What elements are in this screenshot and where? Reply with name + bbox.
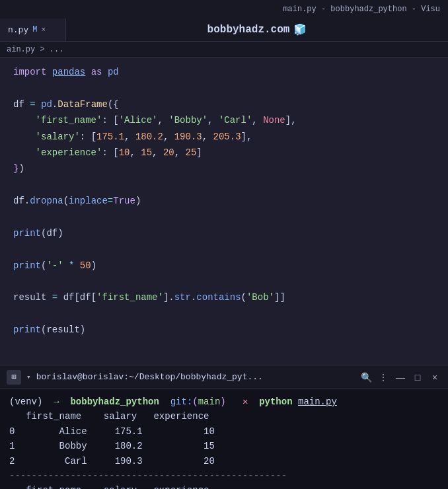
code-line: }) xyxy=(0,161,448,176)
code-line: 'first_name': ['Alice', 'Bobby', 'Carl',… xyxy=(0,112,448,128)
site-title: bobbyhadz.com 🧊 xyxy=(66,19,448,41)
active-tab[interactable]: n.py M × xyxy=(0,19,66,41)
terminal-panel: ⊞ ▾ borislav@borislav:~/Desktop/bobbyhad… xyxy=(0,365,448,489)
terminal-restore-button[interactable]: □ xyxy=(411,371,424,384)
window-title: main.py - bobbyhadz_python - Visu xyxy=(283,5,440,14)
terminal-line: (venv) → bobbyhadz_python git:(main) ✕ p… xyxy=(9,395,439,409)
terminal-line: 1 Bobby 180.2 15 xyxy=(9,439,439,453)
terminal-line: 0 Alice 175.1 10 xyxy=(9,424,439,439)
terminal-search-button[interactable]: 🔍 xyxy=(359,371,373,384)
terminal-body: (venv) → bobbyhadz_python git:(main) ✕ p… xyxy=(0,389,448,489)
code-line xyxy=(0,306,448,322)
code-line: print('-' * 50) xyxy=(0,258,448,274)
terminal-chevron-icon: ▾ xyxy=(26,373,31,381)
terminal-minimize-button[interactable]: — xyxy=(394,371,407,384)
code-line: print(df) xyxy=(0,225,448,241)
code-line xyxy=(0,241,448,257)
code-line xyxy=(0,209,448,225)
breadcrumb-path: ain.py > ... xyxy=(7,45,63,54)
terminal-line: ----------------------------------------… xyxy=(9,469,439,483)
code-line: 'experience': [10, 15, 20, 25] xyxy=(0,145,448,161)
terminal-close-button[interactable]: × xyxy=(428,371,441,384)
terminal-line: first_name salary experience xyxy=(9,483,439,489)
terminal-header: ⊞ ▾ borislav@borislav:~/Desktop/bobbyhad… xyxy=(0,365,448,389)
tab-modified-indicator: M xyxy=(32,25,37,34)
terminal-line: 2 Carl 190.3 20 xyxy=(9,454,439,469)
code-line xyxy=(0,177,448,193)
tab-close-button[interactable]: × xyxy=(41,26,46,34)
terminal-more-button[interactable]: ⋮ xyxy=(377,371,390,384)
title-bar: main.py - bobbyhadz_python - Visu xyxy=(0,0,448,19)
tab-bar: n.py M × bobbyhadz.com 🧊 xyxy=(0,19,448,42)
terminal-icon: ⊞ xyxy=(7,370,21,385)
code-line: 'salary': [175.1, 180.2, 190.3, 205.3], xyxy=(0,129,448,145)
code-line xyxy=(0,80,448,96)
code-line: print(result) xyxy=(0,322,448,338)
terminal-path: borislav@borislav:~/Desktop/bobbyhadz_py… xyxy=(36,372,354,382)
code-line: import pandas as pd xyxy=(0,64,448,80)
code-line: result = df[df['first_name'].str.contain… xyxy=(0,289,448,305)
code-editor: import pandas as pd df = pd.DataFrame({ … xyxy=(0,57,448,365)
code-line xyxy=(0,274,448,289)
code-line: df.dropna(inplace=True) xyxy=(0,193,448,209)
terminal-controls: 🔍 ⋮ — □ × xyxy=(359,371,441,384)
breadcrumb: ain.py > ... xyxy=(0,42,448,57)
tab-filename: n.py xyxy=(8,25,28,35)
code-line: df = pd.DataFrame({ xyxy=(0,96,448,112)
terminal-line: first_name salary experience xyxy=(9,409,439,424)
